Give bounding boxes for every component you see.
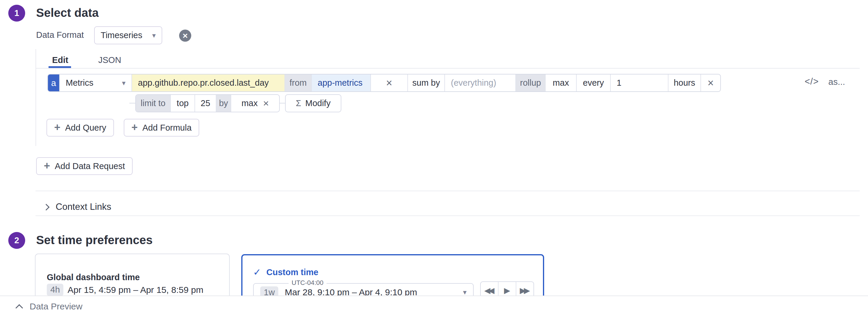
alias-as-button[interactable]: as... bbox=[828, 77, 845, 87]
limit-by-label: by bbox=[216, 95, 231, 112]
add-data-request-button[interactable]: + Add Data Request bbox=[36, 157, 133, 175]
limit-by-metric-value: max bbox=[242, 98, 258, 108]
widget-editor: 1 Select data Data Format Timeseries ▾ ×… bbox=[0, 0, 868, 318]
divider bbox=[35, 215, 860, 216]
section-1-title: Select data bbox=[36, 6, 99, 20]
data-preview-label: Data Preview bbox=[30, 302, 82, 312]
group-by-field[interactable]: (everything) bbox=[445, 74, 516, 91]
tab-json-label: JSON bbox=[98, 55, 121, 65]
limit-row: limit to top 25 by max × bbox=[135, 94, 280, 112]
clear-data-format-button[interactable]: × bbox=[179, 30, 191, 42]
custom-time-header: ✓ Custom time bbox=[253, 267, 318, 278]
tab-edit-label: Edit bbox=[52, 55, 68, 65]
step-1-number: 1 bbox=[14, 8, 19, 18]
close-icon: × bbox=[708, 77, 714, 89]
rollup-interval-input[interactable]: 1 bbox=[611, 74, 669, 91]
query-row: a Metrics ▾ app.github.repo.pr.closed.la… bbox=[48, 74, 721, 92]
chevron-down-icon: ▾ bbox=[122, 79, 126, 86]
close-icon: × bbox=[386, 77, 392, 89]
plus-icon: + bbox=[44, 161, 50, 171]
rollup-function-select[interactable]: max bbox=[546, 74, 577, 91]
play-icon: ▶ bbox=[504, 286, 510, 295]
sigma-icon: Σ bbox=[296, 98, 301, 108]
global-time-range: 4h Apr 15, 4:59 pm – Apr 15, 8:59 pm bbox=[47, 284, 204, 296]
modify-button-label: Modify bbox=[305, 98, 330, 108]
limit-direction-select[interactable]: top bbox=[171, 95, 195, 112]
metric-name-field[interactable]: app.github.repo.pr.closed.last_day bbox=[132, 74, 285, 91]
add-query-label: Add Query bbox=[65, 123, 106, 133]
every-label: every bbox=[577, 74, 611, 91]
step-2-badge: 2 bbox=[8, 232, 25, 249]
rollup-label: rollup bbox=[516, 74, 546, 91]
plus-icon: + bbox=[54, 122, 60, 133]
data-format-select[interactable]: Timeseries ▾ bbox=[94, 26, 162, 44]
close-icon: × bbox=[263, 98, 269, 109]
chevron-down-icon: ▾ bbox=[463, 289, 467, 296]
custom-time-title: Custom time bbox=[267, 268, 318, 277]
step-2-number: 2 bbox=[14, 236, 19, 245]
close-icon: × bbox=[183, 31, 188, 40]
range-badge: 4h bbox=[47, 284, 63, 296]
add-query-button[interactable]: + Add Query bbox=[46, 119, 114, 137]
chevron-up-icon bbox=[16, 304, 23, 312]
remove-filter-button[interactable]: × bbox=[371, 74, 408, 91]
tabbar-divider bbox=[35, 68, 860, 69]
from-label: from bbox=[285, 74, 312, 91]
divider bbox=[35, 190, 860, 191]
limit-count-input[interactable]: 25 bbox=[195, 95, 216, 112]
plus-icon: + bbox=[131, 122, 138, 133]
modify-button[interactable]: Σ Modify bbox=[285, 94, 341, 112]
data-format-label: Data Format bbox=[36, 30, 84, 40]
global-time-title: Global dashboard time bbox=[47, 273, 140, 282]
rewind-icon: ◀◀ bbox=[484, 286, 495, 295]
fast-forward-icon: ▶▶ bbox=[520, 286, 530, 295]
aggregation-select[interactable]: sum by bbox=[408, 74, 445, 91]
rollup-unit-select[interactable]: hours bbox=[669, 74, 701, 91]
query-section-guide-line bbox=[35, 49, 36, 146]
context-links-label: Context Links bbox=[56, 202, 111, 212]
range-text: Apr 15, 4:59 pm – Apr 15, 8:59 pm bbox=[67, 285, 204, 295]
filter-tag-field[interactable]: app-metrics bbox=[312, 74, 371, 91]
limit-by-metric-select[interactable]: max × bbox=[231, 95, 279, 112]
code-view-icon[interactable]: </> bbox=[805, 76, 819, 87]
add-data-request-label: Add Data Request bbox=[55, 162, 125, 171]
query-source-value: Metrics bbox=[66, 78, 93, 88]
chevron-down-icon: ▾ bbox=[152, 32, 156, 39]
check-icon: ✓ bbox=[253, 267, 261, 278]
tab-edit[interactable]: Edit bbox=[49, 54, 72, 66]
tab-json[interactable]: JSON bbox=[95, 54, 125, 66]
add-formula-label: Add Formula bbox=[143, 123, 191, 133]
data-format-value: Timeseries bbox=[101, 30, 143, 40]
connector-line bbox=[280, 103, 285, 103]
add-formula-button[interactable]: + Add Formula bbox=[124, 119, 199, 137]
chevron-right-icon bbox=[43, 204, 50, 210]
custom-time-card[interactable]: ✓ Custom time UTC-04:00 1w Mar 28, 9:10 … bbox=[241, 254, 544, 300]
context-links-toggle[interactable]: Context Links bbox=[44, 200, 111, 213]
data-preview-toggle[interactable]: Data Preview bbox=[17, 302, 82, 312]
query-source-select[interactable]: Metrics ▾ bbox=[60, 74, 132, 91]
section-2-title: Set time preferences bbox=[36, 234, 153, 247]
data-preview-panel: Data Preview bbox=[0, 295, 868, 318]
remove-rollup-button[interactable]: × bbox=[701, 74, 720, 91]
connector-line bbox=[129, 103, 135, 103]
step-1-badge: 1 bbox=[8, 5, 25, 22]
limit-to-label: limit to bbox=[136, 95, 171, 112]
global-dashboard-time-card[interactable]: Global dashboard time 4h Apr 15, 4:59 pm… bbox=[35, 254, 230, 301]
query-letter-badge[interactable]: a bbox=[48, 74, 60, 91]
timezone-label: UTC-04:00 bbox=[289, 279, 327, 287]
